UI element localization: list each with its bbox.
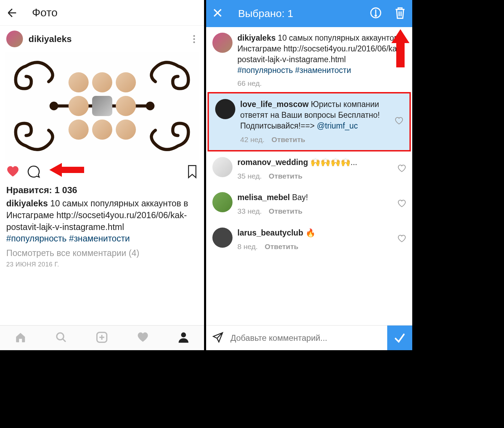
comment-input-row (206, 325, 412, 350)
comment-like-icon[interactable] (395, 117, 403, 126)
tab-profile[interactable] (178, 331, 189, 345)
left-header: Фото (0, 0, 204, 26)
comment-item[interactable]: love_life_moscow Юристы компании ответят… (208, 92, 411, 151)
back-icon[interactable] (6, 7, 18, 19)
comment-input[interactable] (230, 333, 387, 343)
comment-username[interactable]: love_life_moscow (240, 100, 309, 109)
comment-like-icon[interactable] (398, 234, 406, 244)
comment-username[interactable]: larus_beautyclub (237, 228, 303, 237)
post-username[interactable]: dikiyaleks (237, 33, 276, 42)
close-icon[interactable] (212, 8, 223, 19)
view-comments-link[interactable]: Посмотреть все комментарии (4) (0, 245, 204, 258)
comment-text: 🙌🙌🙌🙌... (308, 158, 357, 167)
post-username[interactable]: dikiyaleks (29, 34, 72, 44)
right-header: Выбрано: 1 (206, 0, 412, 27)
avatar[interactable] (212, 192, 233, 212)
page-title: Фото (32, 6, 58, 19)
submit-button[interactable] (387, 326, 412, 351)
comment-username[interactable]: romanov_wedding (237, 158, 308, 167)
avatar[interactable] (6, 31, 23, 47)
comment-like-icon[interactable] (398, 164, 406, 174)
bookmark-icon[interactable] (187, 165, 198, 180)
tab-add[interactable] (96, 331, 108, 345)
post-time: 66 нед. (237, 79, 406, 88)
avatar[interactable] (212, 157, 233, 177)
thumb-grid (68, 72, 136, 140)
left-screen: Фото dikiyaleks (0, 0, 206, 350)
comment-time: 42 нед. (240, 135, 265, 145)
report-icon[interactable] (370, 7, 382, 20)
annotation-arrow-left (49, 162, 84, 178)
post-date: 23 ИЮНЯ 2016 Г. (0, 258, 204, 271)
comment-time: 8 нед. (237, 242, 258, 252)
likes-count[interactable]: Нравится: 1 036 (0, 185, 204, 196)
post-hashtags[interactable]: #популярность #знаменитости (237, 66, 351, 75)
svg-point-6 (375, 15, 376, 16)
caption-username[interactable]: dikiyaleks (6, 198, 48, 208)
comment-text: 🔥 (303, 228, 315, 237)
annotation-arrow-up (389, 29, 412, 67)
comment-item[interactable]: romanov_wedding 🙌🙌🙌🙌... 35 нед. Ответить (206, 151, 412, 187)
tab-search[interactable] (55, 331, 67, 345)
avatar[interactable] (212, 33, 233, 53)
comment-time: 35 нед. (237, 171, 262, 181)
reply-button[interactable]: Ответить (271, 135, 305, 145)
caption-hashtags[interactable]: #популярность #знаменитости (6, 233, 130, 243)
more-icon[interactable] (190, 32, 198, 46)
right-screen: Выбрано: 1 dikiyaleks 10 самых популярны… (206, 0, 412, 350)
svg-point-1 (147, 103, 153, 109)
comment-username[interactable]: melisa_mebel (237, 193, 290, 202)
svg-point-0 (51, 103, 57, 109)
avatar[interactable] (212, 228, 233, 248)
post-author-row[interactable]: dikiyaleks (0, 26, 204, 52)
comment-icon[interactable] (27, 165, 40, 180)
action-row (0, 160, 204, 185)
comment-like-icon[interactable] (398, 199, 406, 209)
comment-time: 33 нед. (237, 206, 262, 216)
comment-item[interactable]: larus_beautyclub 🔥 8 нед. Ответить (206, 222, 412, 257)
reply-button[interactable]: Ответить (269, 206, 302, 216)
tab-activity[interactable] (137, 331, 149, 345)
post-detail: dikiyaleks 10 самых популярных аккаунтов… (206, 27, 412, 92)
svg-point-2 (57, 333, 64, 340)
direct-icon[interactable] (212, 332, 223, 344)
comment-text: Вау! (290, 193, 308, 202)
comment-item[interactable]: melisa_mebel Вау! 33 нед. Ответить (206, 187, 412, 222)
tab-home[interactable] (15, 331, 26, 345)
avatar[interactable] (215, 99, 235, 119)
reply-button[interactable]: Ответить (265, 242, 298, 252)
like-icon[interactable] (6, 165, 19, 180)
post-image[interactable] (5, 52, 199, 160)
trash-icon[interactable] (394, 6, 406, 21)
comment-mention[interactable]: @triumf_uc (317, 121, 358, 130)
tab-bar (0, 325, 204, 350)
svg-point-4 (181, 332, 186, 337)
post-caption: dikiyaleks 10 самых популярных аккаунтов… (0, 196, 204, 245)
selection-title: Выбрано: 1 (238, 8, 293, 19)
reply-button[interactable]: Ответить (269, 171, 302, 181)
